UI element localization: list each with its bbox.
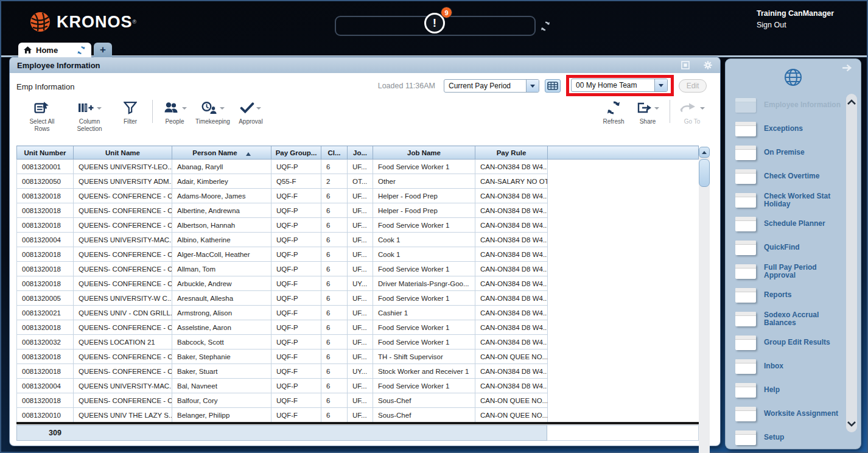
sidebar-scroll-up-icon[interactable] [847, 99, 856, 106]
toolbar-divider [152, 100, 153, 123]
sidebar-item-worksite-assignment[interactable]: Worksite Assignment [735, 407, 841, 421]
tab-home-label: Home [36, 46, 72, 55]
table-row[interactable]: 0081320018QUEENS- CONFERENCE - C...Balfo… [17, 393, 699, 408]
table-row[interactable]: 0081320005QUEENS UNIVERSITY-W C...Aresna… [17, 291, 699, 306]
table-row[interactable]: 0081320001QUEENS UNIVERSITY-LEO...Abanag… [17, 160, 699, 174]
sidebar-scrollbar[interactable] [846, 94, 857, 432]
approval-button[interactable]: Approval [234, 99, 268, 125]
scrollbar-thumb[interactable] [699, 159, 710, 187]
sidebar-item-full-pay-period-approval[interactable]: Full Pay Period Approval [735, 264, 841, 279]
sidebar-item-label: Inbox [764, 362, 783, 370]
table-row[interactable]: 0081320004QUEENS UNIVERSITY-MAC...Albino… [17, 233, 699, 247]
grid-vertical-scrollbar[interactable] [699, 147, 710, 453]
hyperfind-dropdown-button[interactable] [654, 79, 667, 91]
table-row[interactable]: 0081320010QUEENS UNIV THE LAZY S...Belan… [17, 408, 699, 423]
people-icon [163, 101, 180, 114]
column-header[interactable]: Person Name [172, 146, 271, 160]
collapse-arrow-icon[interactable] [842, 64, 852, 72]
share-button[interactable]: Share [631, 99, 665, 125]
people-button[interactable]: People [158, 99, 192, 125]
topbar-refresh-icon[interactable] [540, 21, 551, 32]
timeframe-select[interactable]: Current Pay Period [444, 79, 539, 93]
new-tab-button[interactable]: + [94, 43, 112, 57]
sidebar-item-inbox[interactable]: Inbox [735, 359, 841, 374]
cell: 0081320018 [17, 320, 74, 335]
cell-filler [548, 262, 699, 276]
sidebar-item-help[interactable]: Help [735, 383, 841, 398]
workspace-card-icon [735, 359, 756, 374]
approval-caret [256, 107, 261, 112]
sidebar-item-exceptions[interactable]: Exceptions [735, 122, 841, 136]
cell: Albino, Katherine [172, 233, 271, 247]
table-row[interactable]: 0081320018QUEENS- CONFERENCE - C...Baker… [17, 349, 699, 364]
table-row[interactable]: 0081320004QUEENS UNIVERSITY-MAC...Bal, N… [17, 379, 699, 393]
cell-filler [548, 335, 699, 349]
table-row[interactable]: 0081320032QUEENS LOCATION 21Babcock, Sco… [17, 335, 699, 349]
hyperfind-select[interactable]: 00 My Home Team [571, 79, 668, 92]
tab-refresh-icon[interactable] [77, 46, 86, 55]
cell: 6 [321, 306, 348, 320]
cell: Adair, Kimberley [172, 174, 271, 189]
sidebar-item-schedule-planner[interactable]: Schedule Planner [735, 217, 841, 231]
table-row[interactable]: 0081320018QUEENS- CONFERENCE - C...Baker… [17, 364, 699, 379]
column-header[interactable]: Pay Rule [475, 146, 548, 160]
column-header[interactable]: Unit Number [17, 146, 74, 160]
sidebar-item-group-edit-results[interactable]: Group Edit Results [735, 335, 841, 350]
column-header[interactable]: Unit Name [74, 146, 172, 160]
sidebar-item-quickfind[interactable]: QuickFind [735, 241, 841, 255]
cell: QUEENS UNIV - CDN GRILL... [74, 306, 172, 320]
cell: UQF-P [271, 160, 321, 174]
timekeeping-button[interactable]: Timekeeping [192, 99, 234, 125]
tab-home[interactable]: Home [18, 43, 91, 57]
goto-button: Go To [675, 99, 709, 125]
workspace-card-icon [735, 407, 756, 421]
column-header[interactable]: Cl... [321, 146, 348, 160]
grid-footer: 309 [16, 425, 699, 441]
column-header[interactable]: Job Name [373, 146, 475, 160]
sidebar-item-check-worked-stat-holiday[interactable]: Check Worked Stat Holiday [735, 193, 841, 208]
cell: UF... [348, 393, 373, 408]
table-row[interactable]: 0081320018QUEENS- CONFERENCE - C...Assel… [17, 320, 699, 335]
gear-icon[interactable] [703, 60, 713, 70]
popout-icon[interactable] [681, 60, 690, 70]
action-bar-right: Refresh Share [597, 99, 709, 125]
timeframe-dropdown-button[interactable] [526, 80, 539, 92]
column-selection-button[interactable]: Column Selection [66, 99, 113, 133]
scroll-up-button[interactable] [699, 147, 710, 158]
sidebar-item-sodexo-accrual-balances[interactable]: Sodexo Accrual Balances [735, 312, 841, 326]
cell: Cashier 1 [373, 306, 475, 320]
sidebar-item-label: Check Overtime [764, 172, 819, 180]
table-row[interactable]: 0081320018QUEENS- CONFERENCE - C...Alger… [17, 247, 699, 262]
column-header[interactable]: Pay Group... [271, 146, 321, 160]
approval-label: Approval [239, 118, 262, 125]
sidebar-item-on-premise[interactable]: On Premise [735, 146, 841, 160]
sign-out-link[interactable]: Sign Out [757, 19, 834, 31]
cell: QUEENS- CONFERENCE - C... [74, 364, 172, 379]
cell: 0081320001 [17, 160, 74, 174]
sidebar-scroll-down-icon[interactable] [847, 420, 856, 427]
table-row[interactable]: 0081320018QUEENS- CONFERENCE - C...Allma… [17, 262, 699, 276]
table-row[interactable]: 0081320018QUEENS- CONFERENCE - C...Alber… [17, 203, 699, 218]
cell: Armstrong, Alison [172, 306, 271, 320]
table-row[interactable]: 0081320021QUEENS UNIV - CDN GRILL...Arms… [17, 306, 699, 320]
edit-button[interactable]: Edit [679, 79, 707, 93]
select-all-rows-button[interactable]: Select All Rows [18, 99, 66, 133]
cell: CAN-ON384 D8 W4... [475, 335, 548, 349]
column-header[interactable]: Jo... [348, 146, 373, 160]
cell: CAN-ON384 D8 W4... [475, 291, 548, 306]
table-row[interactable]: 0081320018QUEENS- CONFERENCE - C...Alber… [17, 218, 699, 233]
sidebar-item-reports[interactable]: Reports [735, 288, 841, 303]
table-row[interactable]: 0081320050QUEENS UNIVERSITY ADM...Adair,… [17, 174, 699, 189]
sidebar-item-setup[interactable]: Setup [735, 430, 841, 445]
sidebar-item-check-overtime[interactable]: Check Overtime [735, 169, 841, 184]
refresh-label: Refresh [603, 118, 624, 125]
cell: QUEENS- CONFERENCE - C... [74, 349, 172, 364]
employee-grid: Unit NumberUnit NamePerson NamePay Group… [16, 146, 699, 423]
calendar-range-button[interactable] [545, 79, 561, 93]
table-row[interactable]: 0081320018QUEENS- CONFERENCE - C...Arbuc… [17, 276, 699, 291]
filter-button[interactable]: Filter [113, 99, 147, 125]
refresh-button[interactable]: Refresh [597, 99, 631, 125]
cell: 0081320018 [17, 247, 74, 262]
cell-filler [548, 247, 699, 262]
table-row[interactable]: 0081320018QUEENS- CONFERENCE - C...Adams… [17, 189, 699, 203]
